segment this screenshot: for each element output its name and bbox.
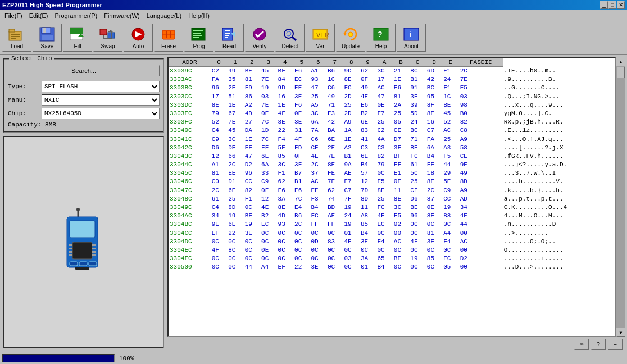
chip-select[interactable]: MX25L6405D [42,108,160,119]
hex-byte-2: 1E [244,135,260,144]
hex-byte-8: 8E [343,75,359,84]
title-controls: _ □ ✕ [600,1,625,9]
hex-byte-14: A3 [442,144,458,152]
hex-byte-6: 2C [310,161,326,169]
hex-byte-7: 7E [326,178,343,186]
hex-byte-11: E1 [393,169,409,178]
close-title-button[interactable]: ✕ [617,1,625,9]
hex-byte-1: 67 [227,110,243,118]
erase-button[interactable]: Erase [154,24,183,52]
svg-rect-7 [43,28,46,33]
hex-byte-4: 9D [277,84,293,92]
hex-byte-13: 42 [426,75,442,84]
load-button[interactable]: Load [2,24,31,52]
hex-byte-0: 61 [211,195,227,203]
hex-byte-4: F6 [277,186,293,195]
hex-byte-9: 6E [360,118,376,126]
hex-byte-7: FF [326,220,343,229]
save-button[interactable]: Save [33,24,62,52]
hex-byte-13: 8E [426,110,442,118]
scroll-down-button[interactable]: ▼ [616,328,625,337]
menu-help[interactable]: Help(H) [185,12,213,20]
col-addr: ADDR [169,58,211,67]
read-button[interactable]: Read [215,24,244,52]
hex-container: ADDR 0 1 2 3 4 5 6 7 8 9 [167,57,625,337]
scroll-thumb[interactable] [617,67,625,78]
scroll-track[interactable] [616,66,625,328]
table-row: 33040CC445DA1D22317ABA1A83C2CEBCC7ACC8.E… [169,126,615,135]
hex-byte-13: B4 [426,152,442,161]
col-fascii: FASCII [459,58,503,67]
hex-byte-6: 3E [310,263,326,271]
hex-byte-4: 16 [277,93,293,101]
menu-file[interactable]: File(F) [1,12,26,20]
hex-byte-11: E6 [393,84,409,92]
hex-byte-6: EE [310,186,326,195]
hex-byte-9: 3E [360,238,376,246]
hex-byte-10: EC [376,220,392,229]
hex-byte-10: 0C [376,169,392,178]
hex-byte-2: 0C [244,254,260,263]
minus-bottom-button[interactable]: – [608,339,623,350]
hex-addr: 33040C [169,126,211,135]
hex-view[interactable]: ADDR 0 1 2 3 4 5 6 7 8 9 [167,57,616,337]
hex-byte-3: 6E [260,152,276,161]
prog-button[interactable]: Prog [184,24,213,52]
help-bottom-button[interactable]: ? [591,339,606,350]
hex-byte-3: 0C [260,254,276,263]
hex-byte-6: 4E [310,152,326,161]
help-button[interactable]: ? Help [366,24,396,52]
hex-byte-15: 58 [459,144,503,152]
hex-byte-0: EF [211,229,227,238]
auto-label: Auto [133,43,144,49]
ver-button[interactable]: VER Ver [306,24,335,52]
hex-byte-5: 0C [293,254,310,263]
svg-rect-20 [170,31,171,38]
hex-addr: 3304FC [169,254,211,263]
hex-byte-2: A2 [244,101,260,110]
hex-byte-15: 4E [459,212,503,220]
update-button[interactable]: Update [336,24,365,52]
menu-programmer[interactable]: Programmer(P) [51,12,101,20]
hex-byte-9: 85 [360,220,376,229]
scroll-up-button[interactable]: ▲ [616,57,625,66]
menu-firmware[interactable]: Firmware(W) [101,12,143,20]
detect-button[interactable]: Detect [275,24,305,52]
hex-byte-6: 25 [310,93,326,101]
fill-button[interactable]: Fill [63,24,92,52]
hex-byte-7: B6 [326,67,343,76]
hex-byte-14: 44 [442,161,458,169]
search-button[interactable]: Search... [8,65,160,76]
hex-byte-8: E7 [343,178,359,186]
hex-byte-1: 51 [227,93,243,101]
about-button[interactable]: i About [397,24,426,52]
hex-byte-4: 8A [277,195,293,203]
manu-select[interactable]: MXIC [42,94,160,106]
type-select[interactable]: SPI FLASH [42,81,160,92]
capacity-row: Capacity: 8MB [8,121,160,128]
auto-button[interactable]: Auto [124,24,153,52]
about-label: About [404,43,419,49]
hex-byte-4: 5E [277,144,293,152]
hex-byte-5: EC [293,75,310,84]
hex-byte-8: 1E [343,135,359,144]
maximize-title-button[interactable]: □ [608,1,616,9]
svg-rect-25 [193,37,199,38]
progress-bar-outer [2,354,115,362]
hex-addr: 3304BC [169,220,211,229]
hex-byte-5: FD [293,144,310,152]
svg-text:i: i [409,30,411,39]
hex-byte-9: 0C [360,246,376,254]
keyboard-bottom-button[interactable]: ⌨ [574,339,589,350]
hex-byte-5: 2C [293,220,310,229]
menu-language[interactable]: Language(L) [143,12,185,20]
minimize-title-button[interactable]: _ [600,1,608,9]
menu-bar: File(F) Edit(E) Programmer(P) Firmware(W… [0,10,627,21]
hex-byte-3: 45 [260,67,276,76]
swap-button[interactable]: Swap [93,24,122,52]
hex-byte-3: 03 [260,93,276,101]
menu-edit[interactable]: Edit(E) [26,12,52,20]
hex-byte-3: B2 [260,212,276,220]
svg-rect-53 [69,254,72,256]
verify-button[interactable]: Verify [245,24,274,52]
